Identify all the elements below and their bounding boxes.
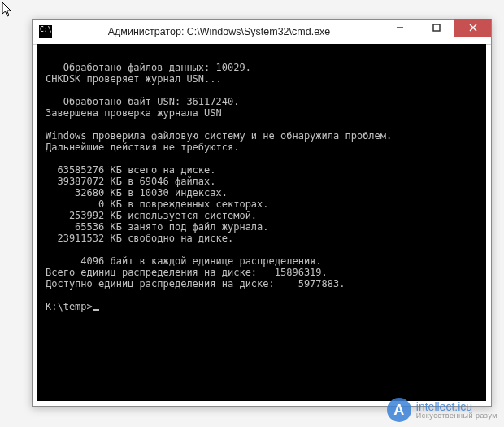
- console-scroll-area[interactable]: Обработано файлов данных: 10029. CHKDSK …: [37, 50, 486, 401]
- cmd-window: Администратор: C:\Windows\System32\cmd.e…: [32, 19, 492, 407]
- close-icon: [469, 24, 477, 32]
- watermark-line2: Искусственный разум: [416, 412, 497, 420]
- close-button[interactable]: [454, 19, 491, 37]
- minimize-button[interactable]: [381, 19, 418, 37]
- mouse-cursor: [2, 2, 13, 18]
- console-client-area: Обработано файлов данных: 10029. CHKDSK …: [37, 44, 486, 401]
- console-output: Обработано файлов данных: 10029. CHKDSK …: [37, 50, 484, 312]
- cmd-icon: [39, 25, 52, 38]
- maximize-icon: [432, 24, 441, 32]
- titlebar[interactable]: Администратор: C:\Windows\System32\cmd.e…: [33, 20, 491, 45]
- minimize-icon: [396, 24, 404, 32]
- svg-rect-1: [433, 24, 440, 31]
- window-title: Администратор: C:\Windows\System32\cmd.e…: [57, 26, 381, 37]
- maximize-button[interactable]: [418, 19, 454, 37]
- window-controls: [381, 20, 491, 44]
- text-caret: [93, 309, 99, 311]
